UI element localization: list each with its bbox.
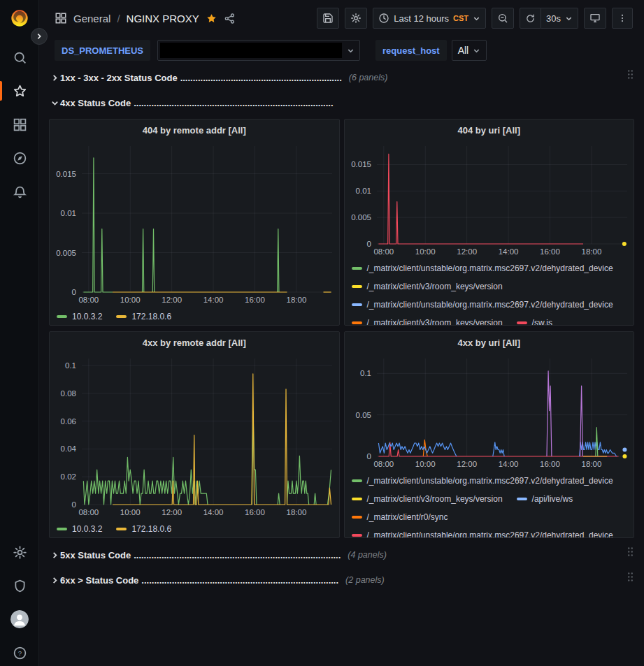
sidebar-item-alerting[interactable]	[0, 175, 39, 208]
legend-label: 10.0.3.2	[72, 524, 102, 534]
row-leader: ........................................…	[134, 550, 341, 560]
dashboard-settings-button[interactable]	[345, 8, 367, 29]
legend-item[interactable]: 172.18.0.6	[116, 523, 171, 535]
legend-swatch	[116, 315, 127, 318]
sidebar-item-server-admin[interactable]	[0, 569, 39, 602]
legend-item[interactable]: /sw.js	[517, 317, 552, 326]
svg-text:08:00: 08:00	[373, 460, 394, 468]
legend-label: /_matrix/client/unstable/org.matrix.msc2…	[367, 476, 613, 486]
legend-item[interactable]: 172.18.0.6	[116, 310, 171, 322]
drag-dots-icon	[627, 546, 634, 557]
panel-title[interactable]: 404 by uri [All]	[345, 120, 634, 140]
datasource-variable-select[interactable]	[157, 40, 360, 61]
zoom-out-button[interactable]	[492, 8, 514, 29]
sidebar-item-help[interactable]: ?	[0, 636, 39, 666]
panel-title[interactable]: 4xx by remote addr [All]	[50, 332, 339, 353]
breadcrumb-section[interactable]: General	[73, 13, 110, 24]
legend-swatch	[517, 321, 527, 324]
row-drag-handle[interactable]	[627, 69, 634, 80]
svg-text:16:00: 16:00	[245, 296, 265, 304]
row-4xx[interactable]: 4xx Status Code ........................…	[49, 94, 634, 112]
time-range-picker[interactable]: Last 12 hours CST	[373, 8, 486, 29]
sidebar-expand-button[interactable]	[31, 28, 48, 45]
svg-text:14:00: 14:00	[498, 247, 518, 256]
svg-text:0.01: 0.01	[355, 187, 371, 195]
svg-text:18:00: 18:00	[581, 247, 601, 256]
sidebar-item-profile[interactable]	[0, 602, 39, 636]
panel-404-by-remote-addr: 404 by remote addr [All] 08:0010:0012:00…	[49, 119, 340, 326]
save-dashboard-button[interactable]	[317, 8, 339, 29]
compass-icon	[13, 151, 27, 166]
sidebar-item-search[interactable]	[0, 41, 39, 74]
legend-item[interactable]: /_matrix/client/v3/room_keys/version	[352, 280, 503, 292]
row-title: 1xx - 3xx - 2xx Status Code	[60, 73, 178, 83]
legend-swatch	[352, 516, 362, 519]
row-drag-handle[interactable]	[627, 572, 634, 582]
legend-item[interactable]: /_matrix/client/unstable/org.matrix.msc2…	[352, 262, 613, 274]
datasource-variable-value	[160, 43, 342, 58]
chart-canvas: 08:0010:0012:0014:0016:0018:0000.0050.01…	[345, 140, 634, 258]
sidebar-item-explore[interactable]	[0, 141, 39, 175]
legend-item[interactable]: 10.0.3.2	[57, 310, 102, 322]
legend-item[interactable]: /_matrix/client/unstable/org.matrix.msc2…	[352, 529, 613, 538]
panel-title[interactable]: 404 by remote addr [All]	[50, 120, 339, 140]
apps-icon	[55, 12, 67, 24]
chevron-down-icon	[565, 15, 573, 22]
share-button[interactable]	[224, 13, 236, 24]
request-host-variable-select[interactable]: All	[452, 40, 487, 61]
legend-item[interactable]: /_matrix/client/v3/room_keys/version	[352, 493, 503, 505]
sidebar-item-configuration[interactable]	[0, 535, 39, 569]
variables-toolbar: DS_PROMETHEUS request_host All	[39, 36, 644, 64]
row-6xx[interactable]: 6xx > Status Code ......................…	[49, 571, 634, 589]
svg-text:12:00: 12:00	[457, 247, 477, 256]
panel-legend: 10.0.3.2172.18.0.6	[50, 519, 339, 535]
row-leader: ........................................…	[180, 73, 342, 83]
row-1xx-3xx-2xx[interactable]: 1xx - 3xx - 2xx Status Code ............…	[49, 68, 634, 87]
kiosk-mode-button[interactable]	[584, 8, 606, 29]
svg-text:10:00: 10:00	[120, 296, 141, 304]
legend-swatch	[352, 303, 362, 306]
main-area: General / NGINX PROXY L	[39, 0, 644, 666]
breadcrumb-separator: /	[117, 13, 120, 24]
legend-item[interactable]: /_matrix/client/r0/sync	[352, 511, 448, 523]
svg-text:0.05: 0.05	[355, 411, 371, 419]
dashboards-grid-icon	[13, 117, 27, 132]
panel-4xx-by-uri: 4xx by uri [All] 08:0010:0012:0014:0016:…	[344, 331, 635, 538]
chart-plot: 08:0010:0012:0014:0016:0018:0000.0050.01…	[50, 140, 339, 306]
legend-item[interactable]: /_matrix/client/unstable/org.matrix.msc2…	[352, 475, 613, 486]
more-options-button[interactable]	[612, 8, 633, 29]
legend-item[interactable]: /_matrix/client/unstable/org.matrix.msc2…	[352, 298, 613, 310]
legend-swatch	[116, 528, 127, 530]
app-root: ? General / NGINX PROXY	[0, 0, 644, 666]
legend-item[interactable]: 10.0.3.2	[57, 523, 102, 535]
chart-canvas: 08:0010:0012:0014:0016:0018:0000.050.1	[345, 353, 634, 470]
legend-swatch	[352, 479, 362, 482]
refresh-icon	[525, 13, 536, 24]
favorite-button[interactable]	[206, 13, 217, 24]
svg-text:08:00: 08:00	[373, 247, 394, 256]
legend-item[interactable]: /_matrix/client/v3/room_keys/version	[352, 317, 503, 326]
legend-label: 10.0.3.2	[72, 312, 102, 321]
star-icon	[13, 84, 27, 99]
chart-plot: 08:0010:0012:0014:0016:0018:0000.0050.01…	[345, 140, 634, 258]
legend-label: /_matrix/client/v3/room_keys/version	[367, 494, 503, 504]
refresh-interval-picker[interactable]: 30s	[541, 8, 578, 29]
legend-label: /_matrix/client/v3/room_keys/version	[367, 282, 503, 291]
sidebar-item-starred[interactable]	[0, 74, 39, 108]
drag-dots-icon	[627, 69, 634, 80]
breadcrumb: General / NGINX PROXY	[55, 12, 236, 24]
row-5xx[interactable]: 5xx Status Code ........................…	[49, 546, 634, 564]
panel-legend: 10.0.3.2172.18.0.6	[50, 306, 339, 322]
drag-dots-icon	[627, 572, 634, 582]
refresh-button[interactable]	[520, 8, 541, 29]
avatar-icon	[10, 610, 29, 628]
sidebar-item-dashboards[interactable]	[0, 108, 39, 141]
svg-text:0: 0	[72, 500, 76, 509]
legend-item[interactable]: /api/live/ws	[517, 493, 573, 505]
panel-404-by-uri: 404 by uri [All] 08:0010:0012:0014:0016:…	[344, 119, 635, 326]
svg-text:0.02: 0.02	[61, 472, 76, 481]
panel-grid: 404 by remote addr [All] 08:0010:0012:00…	[49, 119, 634, 538]
svg-text:14:00: 14:00	[498, 460, 518, 468]
row-drag-handle[interactable]	[627, 546, 634, 557]
panel-title[interactable]: 4xx by uri [All]	[345, 332, 634, 353]
